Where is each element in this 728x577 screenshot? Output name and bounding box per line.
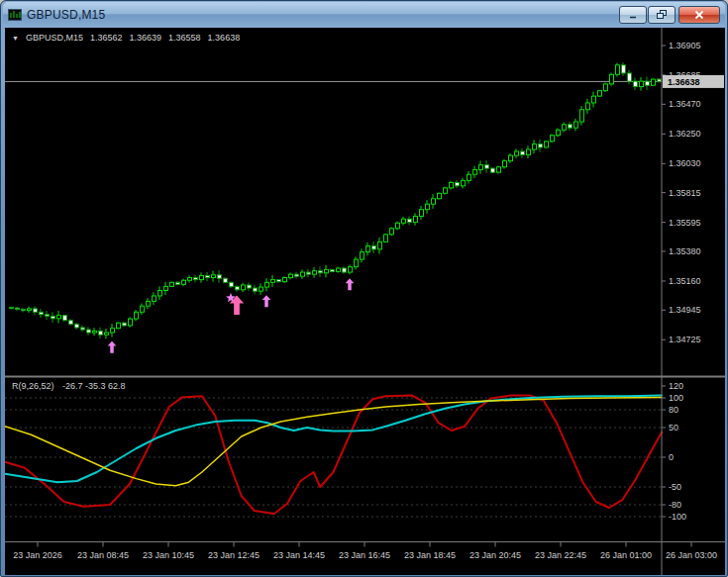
candle-body	[218, 275, 222, 278]
candle-body	[533, 144, 537, 149]
candle-body	[646, 81, 650, 85]
candle-body	[75, 325, 79, 328]
candle-body	[242, 285, 246, 290]
minimize-button[interactable]	[619, 6, 647, 24]
chart-window: GBPUSD,M15 1.369051.366851.364701.362501…	[0, 0, 728, 577]
candle-body	[355, 259, 359, 266]
indicator-label: R(9,26,52) -26.7 -35.3 62.8	[12, 381, 132, 391]
candle-body	[212, 275, 216, 278]
candle-body	[265, 282, 269, 287]
candle-body	[551, 136, 555, 142]
candle-body	[468, 174, 471, 180]
time-axis[interactable]: 23 Jan 202623 Jan 08:4523 Jan 10:4523 Ja…	[5, 543, 725, 575]
candle-body	[616, 65, 620, 75]
candle-body	[384, 235, 388, 241]
time-axis-label: 23 Jan 2026	[13, 550, 62, 560]
candle-body	[135, 312, 139, 319]
collapse-icon: ▼	[12, 35, 19, 42]
candle-body	[586, 103, 590, 110]
candle-body	[105, 333, 109, 335]
candle-body	[545, 142, 549, 147]
candle-body	[592, 96, 596, 103]
candle-body	[170, 282, 174, 286]
candle-body	[402, 219, 406, 223]
candle-body	[563, 125, 567, 130]
restore-button[interactable]	[648, 6, 676, 24]
candle-body	[432, 199, 436, 204]
title-bar[interactable]: GBPUSD,M15	[3, 2, 725, 27]
close-value: 1.36638	[208, 33, 241, 43]
indicator-values: -26.7 -35.3 62.8	[62, 381, 126, 391]
candle-body	[634, 81, 638, 86]
candle-body	[557, 130, 561, 135]
candle-body	[295, 274, 299, 276]
chart-canvas[interactable]: 1.369051.366851.364701.362501.360301.358…	[5, 28, 725, 575]
candle-body	[438, 193, 442, 198]
candle-body	[515, 151, 519, 155]
candle-body	[176, 282, 180, 284]
candle-body	[408, 219, 412, 222]
price-axis[interactable]	[662, 28, 725, 575]
window-title: GBPUSD,M15	[27, 8, 105, 22]
candle-body	[414, 216, 418, 222]
candle-body	[479, 165, 483, 170]
candle-body	[28, 309, 32, 311]
candle-body	[569, 125, 572, 128]
candle-body	[462, 180, 466, 185]
candle-body	[123, 323, 127, 326]
candle-body	[271, 280, 275, 283]
candle-body	[236, 287, 240, 290]
candle-body	[361, 252, 364, 259]
window-controls	[619, 6, 720, 24]
candle-body	[69, 321, 73, 325]
candle-body	[46, 315, 50, 317]
candle-body	[254, 288, 258, 291]
time-axis-label: 23 Jan 16:45	[339, 550, 390, 560]
candle-body	[509, 155, 513, 160]
candle-body	[420, 210, 424, 217]
candle-body	[87, 330, 91, 333]
candle-body	[527, 149, 531, 154]
candle-body	[283, 278, 287, 282]
candle-body	[277, 280, 281, 282]
minimize-icon	[628, 10, 638, 20]
chart-area[interactable]: 1.369051.366851.364701.362501.360301.358…	[5, 28, 725, 575]
candle-body	[117, 323, 121, 328]
candle-body	[206, 275, 210, 277]
time-axis-label: 23 Jan 14:45	[273, 550, 325, 560]
candle-body	[111, 329, 115, 333]
candle-body	[10, 308, 14, 309]
candle-body	[52, 316, 55, 318]
time-axis-label: 23 Jan 22:45	[535, 550, 586, 560]
candle-body	[248, 285, 252, 288]
chart-window-icon	[8, 9, 22, 21]
candles	[10, 62, 662, 338]
candle-body	[640, 81, 644, 86]
buy-arrow-icon	[262, 295, 271, 307]
candle-body	[580, 110, 584, 122]
indicator-name: R(9,26,52)	[12, 381, 54, 391]
candle-body	[343, 268, 347, 272]
low-value: 1.36558	[168, 33, 201, 43]
candle-body	[141, 306, 145, 312]
candle-body	[456, 182, 460, 185]
candle-body	[153, 296, 156, 301]
candle-body	[372, 245, 376, 248]
ohlc-header: ▼ GBPUSD,M15 1.36562 1.36639 1.36558 1.3…	[12, 33, 240, 43]
candle-body	[224, 278, 228, 282]
candle-body	[521, 151, 525, 154]
candle-body	[325, 269, 329, 272]
candle-body	[34, 309, 38, 312]
time-axis-label: 23 Jan 18:45	[404, 550, 456, 560]
candle-body	[260, 287, 263, 291]
candle-body	[147, 301, 151, 306]
candle-body	[307, 272, 311, 274]
candle-body	[396, 223, 400, 228]
candle-body	[200, 275, 204, 279]
candle-body	[313, 271, 317, 274]
candle-body	[230, 282, 234, 286]
close-button[interactable]	[678, 6, 720, 24]
candle-body	[628, 73, 632, 81]
candle-body	[491, 168, 495, 172]
candle-body	[604, 84, 608, 91]
